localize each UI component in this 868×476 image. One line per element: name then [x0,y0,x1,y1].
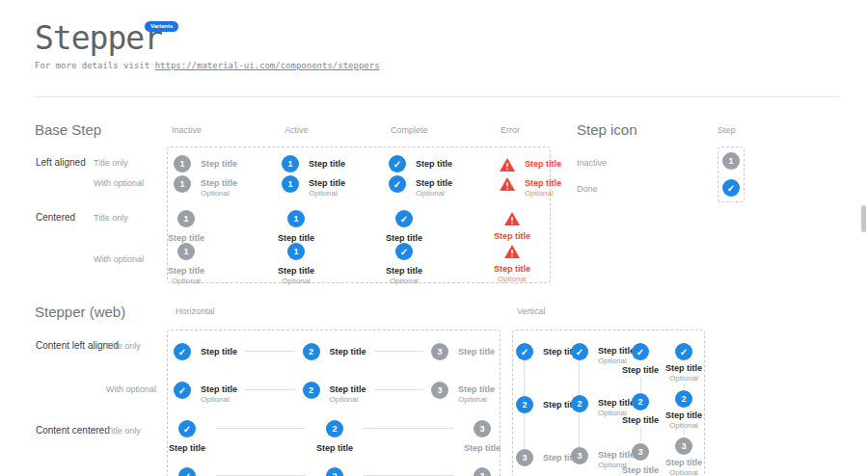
step-title: Step title [201,178,237,189]
check-icon: ✓ [675,343,692,360]
step-number-icon: 3 [632,443,649,461]
vertical-scrollbar-thumb[interactable] [861,205,866,232]
step-title: Step title [665,410,702,421]
row-label-centered: Centered [36,212,75,223]
material-ui-link[interactable]: https://material-ui.com/components/stepp… [155,61,380,70]
column-header-error: Error [501,125,520,135]
optional-label: Optional [416,189,452,198]
check-icon: ✓ [178,420,196,437]
step-title: Step title [458,347,495,357]
stepper-step-inactive: 3 Step title [461,467,503,476]
step-connector [245,389,294,390]
step-title: Step title [494,264,530,275]
stepper-web-heading: Stepper (web) [35,304,125,320]
step-number-icon: 3 [516,449,533,466]
base-step-active: 1 Step title [282,155,345,172]
header-divider [35,96,840,97]
check-icon: ✓ [395,243,413,260]
variant-label-with-optional: With optional [94,178,144,188]
horizontal-stepper-title-only: ✓ Step title 2 Step title 3 Step title [174,343,495,360]
optional-label: Optional [309,189,345,198]
step-connector [364,428,453,429]
column-header-vertical: Vertical [517,306,546,316]
step-title: Step title [309,159,345,170]
variants-badge: Variants [145,21,178,32]
vertical-stepper-centered-optional: ✓ Step title Optional 2 Step title Optio… [657,343,711,476]
vertical-stepper-specbox: ✓ Step title 2 Step title 3 Step title ✓… [512,330,705,476]
base-step-error-optional: Step title Optional [500,175,561,198]
step-title: Step title [458,384,495,395]
column-header-inactive: Inactive [172,125,202,135]
stepper-step-complete: ✓ Step title Optional [174,382,237,404]
base-step-specbox: 1 Step title 1 Step title ✓ Step title S… [167,146,551,283]
step-number-icon: 1 [282,155,299,172]
step-connector [245,351,294,352]
base-step-centered-inactive-optional: 1 Step title Optional [162,243,210,285]
step-title: Step title [622,465,659,476]
step-title: Step title [622,365,659,376]
step-number-icon: 2 [675,390,692,408]
step-number-icon: 3 [431,343,448,360]
step-number-icon: 2 [303,382,320,399]
optional-label: Optional [498,275,527,283]
step-title: Step title [622,415,659,426]
base-step-centered-error-optional: Step title Optional [488,243,536,283]
step-title: Step title [330,384,366,395]
column-header-step: Step [718,125,736,135]
variant-label-title-only: Title only [94,158,128,168]
column-header-active: Active [285,125,309,135]
step-number-icon: 2 [326,467,343,476]
step-title: Step title [330,347,366,357]
step-number-icon: 2 [571,395,588,412]
step-title: Step title [494,231,530,242]
step-number-icon: 2 [516,396,533,413]
step-number-icon: 1 [174,155,191,172]
optional-label: Optional [669,421,698,430]
base-step-centered-complete: ✓ Step title [380,210,428,244]
stepper-step-active: 2 Step title [313,467,356,476]
stepper-step-complete: ✓ Step title [166,420,208,454]
check-icon: ✓ [174,343,191,360]
warning-icon [504,212,520,225]
stepper-step-complete: ✓ Step title [166,467,208,476]
optional-label: Optional [669,468,698,476]
subtitle: For more details visit https://material-… [35,61,380,70]
optional-label: Optional [458,395,495,404]
stepper-step-inactive: 3 Step title [431,343,495,360]
page-title: Stepper [35,19,162,57]
base-step-complete-optional: ✓ Step title Optional [389,175,452,198]
step-connector [374,351,423,352]
base-step-centered-inactive: 1 Step title [162,210,210,244]
variant-label-with-optional-web: With optional [106,384,156,394]
step-connector [684,431,685,436]
row-label-inactive: Inactive [577,158,607,168]
step-number-icon: 2 [632,393,649,410]
step-title: Step title [201,384,237,395]
optional-label: Optional [525,189,561,198]
step-connector [216,428,306,429]
check-icon: ✓ [389,155,406,172]
optional-label: Optional [201,189,237,198]
warning-icon [500,177,515,191]
column-header-horizontal: Horizontal [176,306,215,316]
horizontal-stepper-centered: ✓ Step title 2 Step title 3 Step title [166,420,503,454]
step-title: Step title [665,363,702,374]
horizontal-stepper-with-optional: ✓ Step title Optional 2 Step title Optio… [174,382,495,404]
step-number-icon: 1 [177,243,195,260]
check-icon: ✓ [571,343,588,360]
stepper-step-active: 2 Step title Optional [303,382,366,404]
base-step-error: Step title [500,155,561,172]
step-number-icon: 1 [282,175,299,193]
step-connector [579,412,580,447]
step-title: Step title [168,266,204,277]
optional-label: Optional [669,374,698,383]
warning-icon [500,158,515,172]
check-icon: ✓ [389,175,406,193]
step-number-icon: 1 [174,175,191,193]
check-icon: ✓ [632,343,649,360]
step-connector [684,383,685,389]
step-number-icon: 3 [431,382,448,399]
step-title: Step title [201,159,237,170]
base-step-centered-active: 1 Step title [272,210,320,244]
step-number-icon: 3 [474,467,491,476]
